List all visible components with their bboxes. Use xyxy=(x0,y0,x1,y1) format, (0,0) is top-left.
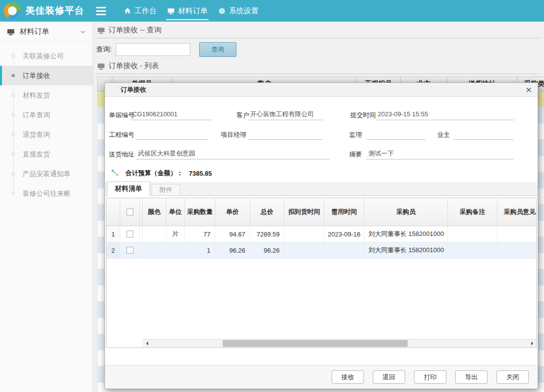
grid-cell: 刘大同董事长 1582001000 xyxy=(364,226,448,242)
grid-cell xyxy=(166,242,185,258)
receive-button[interactable]: 接收 xyxy=(332,370,364,384)
project-manager-field[interactable] xyxy=(248,128,323,140)
sidebar-item-4[interactable]: 订单查询 xyxy=(0,105,93,125)
submit-time-label: 提交时间 xyxy=(350,111,376,120)
close-icon[interactable]: × xyxy=(526,85,532,95)
sidebar-item-label: 产品安装通知单 xyxy=(23,170,71,178)
customer-label: 客户 xyxy=(236,111,249,120)
owner-label: 业主 xyxy=(437,131,450,139)
sidebar-item-label: 订单接收 xyxy=(23,72,50,79)
grid-column-header[interactable]: 单价 xyxy=(215,198,250,226)
sidebar-item-6[interactable]: 直接发货 xyxy=(0,144,93,164)
grid-column-header[interactable]: 采购备注 xyxy=(448,198,497,226)
tab-material-list[interactable]: 材料清单 xyxy=(107,182,150,196)
close-button[interactable]: 关闭 xyxy=(496,370,529,384)
memo-label: 摘要 xyxy=(349,150,362,159)
project-no-label: 工程编号 xyxy=(109,131,134,139)
grid-column-header[interactable]: 总价 xyxy=(250,198,285,226)
select-all-checkbox[interactable] xyxy=(127,209,133,215)
supervisor-field[interactable] xyxy=(366,128,426,140)
query-panel-title: 订单接收 -- 查询 xyxy=(108,26,161,35)
grid-column-header[interactable]: 需用时间 xyxy=(324,198,364,226)
grid-cell xyxy=(143,242,166,258)
return-button[interactable]: 退回 xyxy=(373,370,405,384)
monitor-icon xyxy=(97,26,105,34)
grid-column-header[interactable]: 拟到货时间 xyxy=(285,198,324,226)
home-icon xyxy=(124,7,131,14)
dialog-titlebar[interactable]: 订单接收 × xyxy=(105,83,538,97)
grid-cell xyxy=(497,242,536,258)
bullet-icon xyxy=(12,74,15,77)
sidebar-item-5[interactable]: 退货查询 xyxy=(0,125,93,144)
doc-no-field[interactable]: CG1906210001 xyxy=(130,108,212,120)
nav-item-1[interactable]: 工作台 xyxy=(119,0,162,22)
bullet-icon xyxy=(12,172,15,175)
sidebar-parent-material-orders[interactable]: 材料订单 xyxy=(0,22,93,42)
grid-row[interactable]: 2196.2696.26刘大同董事长 1582001000 xyxy=(106,242,536,259)
chevron-down-icon xyxy=(80,29,86,35)
submit-time-field[interactable]: 2023-09-15 15:55 xyxy=(376,108,514,120)
bullet-icon xyxy=(12,133,15,136)
grid-column-header[interactable]: 采购员 xyxy=(364,198,448,226)
nav-item-3[interactable]: 系统设置 xyxy=(213,0,264,22)
scroll-left-icon[interactable] xyxy=(143,340,151,347)
grid-cell xyxy=(497,226,536,242)
sidebar-item-label: 退货查询 xyxy=(23,131,50,138)
material-grid: 颜色单位采购数量单价总价拟到货时间需用时间采购员采购备注采购员意见 1片7794… xyxy=(106,198,537,348)
budget-label: 合计预算（金额）： xyxy=(126,169,183,178)
grid-cell: 94.67 xyxy=(215,226,250,242)
grid-cell: 77 xyxy=(185,226,215,242)
scroll-right-icon[interactable] xyxy=(528,340,536,347)
grid-cell: 片 xyxy=(166,226,185,242)
query-input[interactable] xyxy=(116,43,190,56)
row-checkbox-cell xyxy=(120,242,140,258)
grid-cell xyxy=(285,242,324,258)
sidebar-item-label: 关联装修公司 xyxy=(23,52,64,60)
project-no-field[interactable] xyxy=(136,128,208,140)
gear-icon xyxy=(218,7,226,15)
owner-field[interactable] xyxy=(453,128,514,140)
row-checkbox[interactable] xyxy=(127,247,133,254)
row-number-cell: 2 xyxy=(106,242,120,258)
hamburger-icon[interactable] xyxy=(96,7,109,15)
grid-cell xyxy=(285,226,324,242)
nav-item-2[interactable]: 材料订单 xyxy=(162,0,213,22)
brand-logo-center xyxy=(8,6,17,15)
sidebar-item-label: 直接发货 xyxy=(23,150,50,158)
grid-cell xyxy=(143,226,166,242)
memo-field[interactable]: 测试一下 xyxy=(366,148,514,159)
export-button[interactable]: 导出 xyxy=(455,370,488,384)
grid-column-header[interactable]: 颜色 xyxy=(143,198,166,226)
delivery-address-field[interactable]: 武侯区大科星创意园 xyxy=(136,148,330,159)
customer-field[interactable]: 开心装饰工程有限公司 xyxy=(248,108,323,120)
grid-cell xyxy=(448,226,497,242)
grid-column-header[interactable]: 单位 xyxy=(166,198,185,226)
grid-column-header[interactable]: 采购数量 xyxy=(185,198,215,226)
monitor-icon xyxy=(97,62,105,70)
grid-cell: 7289.59 xyxy=(250,226,285,242)
horizontal-scrollbar[interactable] xyxy=(143,339,536,347)
monitor-icon xyxy=(167,7,175,15)
grid-row[interactable]: 1片7794.677289.592023-09-16刘大同董事长 1582001… xyxy=(106,226,536,242)
sidebar-item-7[interactable]: 产品安装通知单 xyxy=(0,164,93,183)
sidebar-item-2[interactable]: 订单接收 xyxy=(0,66,93,85)
delivery-address-label: 送货地址 xyxy=(109,150,134,159)
sidebar-item-1[interactable]: 关联装修公司 xyxy=(0,46,93,66)
sidebar-item-label: 材料发货 xyxy=(23,91,50,99)
scrollbar-thumb[interactable] xyxy=(223,340,408,347)
row-number-cell: 1 xyxy=(106,226,120,242)
dialog-body: 单据编号 CG1906210001 客户 开心装饰工程有限公司 提交时间 202… xyxy=(105,97,538,366)
print-button[interactable]: 打印 xyxy=(414,370,446,384)
material-grid-body: 1片7794.677289.592023-09-16刘大同董事长 1582001… xyxy=(106,226,536,259)
bullet-icon xyxy=(12,153,15,156)
tab-attachment[interactable]: 附件 xyxy=(152,184,180,195)
row-checkbox[interactable] xyxy=(127,231,133,237)
sidebar-item-label: 装修公司往来帐 xyxy=(23,189,71,197)
sidebar-item-8[interactable]: 装修公司往来帐 xyxy=(0,183,93,203)
query-button[interactable]: 查询 xyxy=(199,42,236,57)
query-label: 查询: xyxy=(96,45,112,54)
sidebar-item-3[interactable]: 材料发货 xyxy=(0,85,93,105)
bullet-icon xyxy=(12,113,15,116)
grid-cell xyxy=(324,242,364,258)
grid-column-header[interactable]: 采购员意见 xyxy=(497,198,536,226)
